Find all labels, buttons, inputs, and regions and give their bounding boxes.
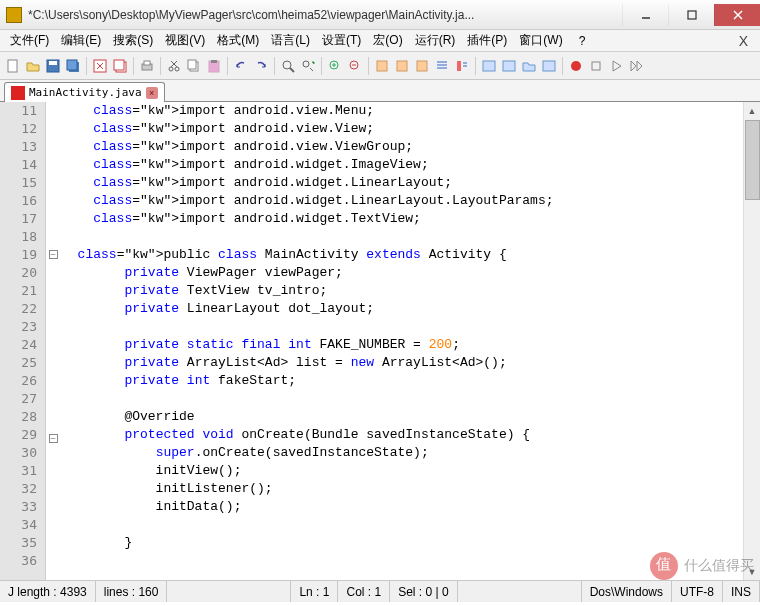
toolbar-sep	[274, 57, 275, 75]
scroll-down-icon[interactable]: ▼	[744, 563, 760, 580]
outdent-icon[interactable]	[453, 57, 471, 75]
play-multi-icon[interactable]	[627, 57, 645, 75]
status-bar: J length : 4393 lines : 160 Ln : 1 Col :…	[0, 580, 760, 602]
indent-icon[interactable]	[433, 57, 451, 75]
menu-help[interactable]: ?	[573, 32, 592, 50]
show-all-icon[interactable]	[413, 57, 431, 75]
svg-point-24	[283, 61, 291, 69]
tab-bar: MainActivity.java ×	[0, 80, 760, 102]
cut-icon[interactable]	[165, 57, 183, 75]
app-icon	[6, 7, 22, 23]
title-bar: *C:\Users\sony\Desktop\MyViewPager\src\c…	[0, 0, 760, 30]
menu-lang[interactable]: 语言(L)	[265, 30, 316, 51]
svg-rect-43	[543, 61, 555, 71]
svg-rect-34	[417, 61, 427, 71]
menu-file[interactable]: 文件(F)	[4, 30, 55, 51]
toolbar-sep	[368, 57, 369, 75]
status-length: J length : 4393	[0, 581, 96, 602]
menu-run[interactable]: 运行(R)	[409, 30, 462, 51]
doc-map-icon[interactable]	[500, 57, 518, 75]
svg-rect-4	[8, 60, 17, 72]
fold-column[interactable]: −−	[46, 102, 60, 580]
status-eol: Dos\Windows	[582, 581, 672, 602]
func-list-icon[interactable]	[480, 57, 498, 75]
status-sel: Sel : 0 | 0	[390, 581, 457, 602]
find-icon[interactable]	[279, 57, 297, 75]
tab-close-icon[interactable]: ×	[146, 87, 158, 99]
monitor-icon[interactable]	[540, 57, 558, 75]
print-icon[interactable]	[138, 57, 156, 75]
line-number-gutter: 1112131415161718192021222324252627282930…	[0, 102, 46, 580]
svg-rect-6	[49, 61, 57, 65]
toolbar-sep	[227, 57, 228, 75]
svg-rect-13	[114, 60, 124, 70]
file-icon	[11, 86, 25, 100]
save-all-icon[interactable]	[64, 57, 82, 75]
close-file-icon[interactable]	[91, 57, 109, 75]
menu-view[interactable]: 视图(V)	[159, 30, 211, 51]
status-col: Col : 1	[338, 581, 390, 602]
menu-bar: 文件(F) 编辑(E) 搜索(S) 视图(V) 格式(M) 语言(L) 设置(T…	[0, 30, 760, 52]
status-enc: UTF-8	[672, 581, 723, 602]
close-button[interactable]	[714, 4, 760, 26]
svg-rect-21	[188, 60, 196, 69]
svg-point-17	[175, 67, 179, 71]
folder-icon[interactable]	[520, 57, 538, 75]
status-ln: Ln : 1	[291, 581, 338, 602]
maximize-button[interactable]	[668, 4, 714, 26]
svg-point-26	[303, 61, 309, 67]
new-file-icon[interactable]	[4, 57, 22, 75]
menu-macro[interactable]: 宏(O)	[367, 30, 408, 51]
menu-settings[interactable]: 设置(T)	[316, 30, 367, 51]
window-title: *C:\Users\sony\Desktop\MyViewPager\src\c…	[28, 8, 622, 22]
svg-rect-8	[67, 60, 77, 70]
replace-icon[interactable]	[299, 57, 317, 75]
play-icon[interactable]	[607, 57, 625, 75]
save-icon[interactable]	[44, 57, 62, 75]
copy-icon[interactable]	[185, 57, 203, 75]
svg-rect-1	[688, 11, 696, 19]
menu-format[interactable]: 格式(M)	[211, 30, 265, 51]
wrap-icon[interactable]	[393, 57, 411, 75]
toolbar	[0, 52, 760, 80]
open-file-icon[interactable]	[24, 57, 42, 75]
tab-mainactivity[interactable]: MainActivity.java ×	[4, 82, 165, 102]
undo-icon[interactable]	[232, 57, 250, 75]
toolbar-sep	[160, 57, 161, 75]
zoom-in-icon[interactable]	[326, 57, 344, 75]
svg-rect-38	[457, 61, 461, 71]
record-icon[interactable]	[567, 57, 585, 75]
scroll-up-icon[interactable]: ▲	[744, 102, 760, 119]
stop-icon[interactable]	[587, 57, 605, 75]
paste-icon[interactable]	[205, 57, 223, 75]
toolbar-sep	[321, 57, 322, 75]
menu-search[interactable]: 搜索(S)	[107, 30, 159, 51]
status-lines: lines : 160	[96, 581, 168, 602]
svg-rect-23	[211, 60, 217, 63]
minimize-button[interactable]	[622, 4, 668, 26]
svg-rect-32	[377, 61, 387, 71]
redo-icon[interactable]	[252, 57, 270, 75]
zoom-out-icon[interactable]	[346, 57, 364, 75]
code-area[interactable]: class="kw">import android.view.Menu; cla…	[60, 102, 743, 580]
svg-line-25	[290, 68, 294, 72]
svg-rect-42	[503, 61, 515, 71]
sync-icon[interactable]	[373, 57, 391, 75]
toolbar-sep	[475, 57, 476, 75]
vertical-scrollbar[interactable]: ▲ ▼	[743, 102, 760, 580]
status-ins: INS	[723, 581, 760, 602]
editor: 1112131415161718192021222324252627282930…	[0, 102, 760, 580]
scroll-thumb[interactable]	[745, 120, 760, 200]
svg-rect-33	[397, 61, 407, 71]
menu-close-x[interactable]: X	[731, 33, 756, 49]
svg-point-16	[169, 67, 173, 71]
close-all-icon[interactable]	[111, 57, 129, 75]
toolbar-sep	[133, 57, 134, 75]
toolbar-sep	[86, 57, 87, 75]
svg-rect-41	[483, 61, 495, 71]
menu-plugin[interactable]: 插件(P)	[461, 30, 513, 51]
menu-edit[interactable]: 编辑(E)	[55, 30, 107, 51]
svg-rect-15	[144, 61, 150, 65]
menu-window[interactable]: 窗口(W)	[513, 30, 568, 51]
toolbar-sep	[562, 57, 563, 75]
